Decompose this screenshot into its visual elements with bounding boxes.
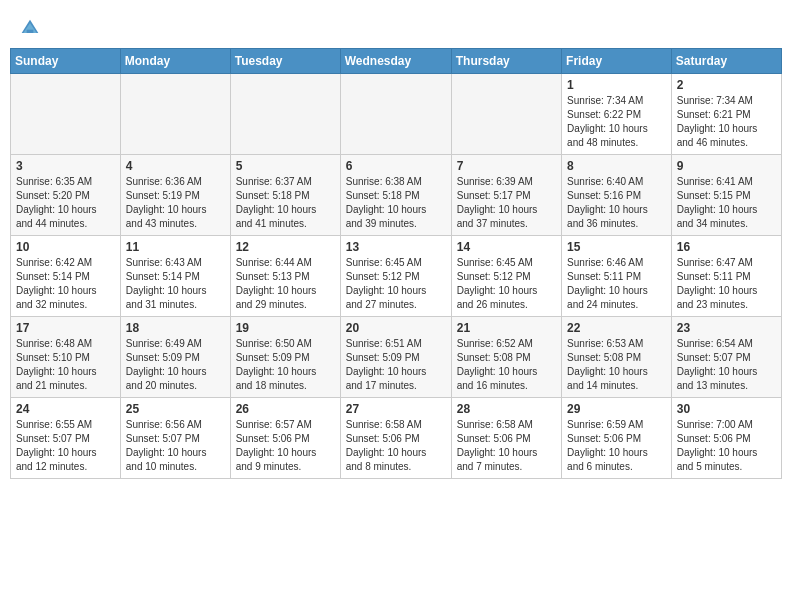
calendar-cell: 17Sunrise: 6:48 AM Sunset: 5:10 PM Dayli… (11, 317, 121, 398)
calendar-week-row: 17Sunrise: 6:48 AM Sunset: 5:10 PM Dayli… (11, 317, 782, 398)
calendar-cell: 7Sunrise: 6:39 AM Sunset: 5:17 PM Daylig… (451, 155, 561, 236)
calendar-week-row: 3Sunrise: 6:35 AM Sunset: 5:20 PM Daylig… (11, 155, 782, 236)
day-number: 15 (567, 240, 666, 254)
day-info: Sunrise: 6:48 AM Sunset: 5:10 PM Dayligh… (16, 337, 115, 393)
day-number: 20 (346, 321, 446, 335)
day-info: Sunrise: 7:34 AM Sunset: 6:21 PM Dayligh… (677, 94, 776, 150)
day-info: Sunrise: 6:52 AM Sunset: 5:08 PM Dayligh… (457, 337, 556, 393)
day-number: 30 (677, 402, 776, 416)
day-info: Sunrise: 6:37 AM Sunset: 5:18 PM Dayligh… (236, 175, 335, 231)
day-info: Sunrise: 6:46 AM Sunset: 5:11 PM Dayligh… (567, 256, 666, 312)
day-info: Sunrise: 6:41 AM Sunset: 5:15 PM Dayligh… (677, 175, 776, 231)
day-number: 19 (236, 321, 335, 335)
day-info: Sunrise: 6:49 AM Sunset: 5:09 PM Dayligh… (126, 337, 225, 393)
day-info: Sunrise: 6:55 AM Sunset: 5:07 PM Dayligh… (16, 418, 115, 474)
calendar-cell (451, 74, 561, 155)
svg-rect-2 (27, 30, 34, 33)
logo-icon (20, 18, 40, 38)
page-header (10, 10, 782, 42)
column-header-monday: Monday (120, 49, 230, 74)
day-number: 18 (126, 321, 225, 335)
calendar-cell: 14Sunrise: 6:45 AM Sunset: 5:12 PM Dayli… (451, 236, 561, 317)
calendar-cell: 8Sunrise: 6:40 AM Sunset: 5:16 PM Daylig… (562, 155, 672, 236)
calendar-cell: 29Sunrise: 6:59 AM Sunset: 5:06 PM Dayli… (562, 398, 672, 479)
day-number: 7 (457, 159, 556, 173)
day-number: 1 (567, 78, 666, 92)
day-number: 16 (677, 240, 776, 254)
day-info: Sunrise: 6:40 AM Sunset: 5:16 PM Dayligh… (567, 175, 666, 231)
day-info: Sunrise: 6:51 AM Sunset: 5:09 PM Dayligh… (346, 337, 446, 393)
day-info: Sunrise: 6:59 AM Sunset: 5:06 PM Dayligh… (567, 418, 666, 474)
day-number: 9 (677, 159, 776, 173)
day-info: Sunrise: 6:47 AM Sunset: 5:11 PM Dayligh… (677, 256, 776, 312)
calendar-cell: 16Sunrise: 6:47 AM Sunset: 5:11 PM Dayli… (671, 236, 781, 317)
calendar-header-row: SundayMondayTuesdayWednesdayThursdayFrid… (11, 49, 782, 74)
day-number: 26 (236, 402, 335, 416)
day-number: 4 (126, 159, 225, 173)
calendar-cell (230, 74, 340, 155)
day-number: 21 (457, 321, 556, 335)
day-number: 3 (16, 159, 115, 173)
calendar-cell: 4Sunrise: 6:36 AM Sunset: 5:19 PM Daylig… (120, 155, 230, 236)
day-number: 29 (567, 402, 666, 416)
day-info: Sunrise: 7:34 AM Sunset: 6:22 PM Dayligh… (567, 94, 666, 150)
calendar-cell: 3Sunrise: 6:35 AM Sunset: 5:20 PM Daylig… (11, 155, 121, 236)
day-info: Sunrise: 6:35 AM Sunset: 5:20 PM Dayligh… (16, 175, 115, 231)
calendar-cell (11, 74, 121, 155)
day-number: 12 (236, 240, 335, 254)
day-info: Sunrise: 6:43 AM Sunset: 5:14 PM Dayligh… (126, 256, 225, 312)
calendar-cell: 28Sunrise: 6:58 AM Sunset: 5:06 PM Dayli… (451, 398, 561, 479)
calendar-cell (120, 74, 230, 155)
day-number: 14 (457, 240, 556, 254)
calendar-cell: 30Sunrise: 7:00 AM Sunset: 5:06 PM Dayli… (671, 398, 781, 479)
calendar-cell: 23Sunrise: 6:54 AM Sunset: 5:07 PM Dayli… (671, 317, 781, 398)
calendar-cell: 6Sunrise: 6:38 AM Sunset: 5:18 PM Daylig… (340, 155, 451, 236)
day-number: 25 (126, 402, 225, 416)
day-info: Sunrise: 6:54 AM Sunset: 5:07 PM Dayligh… (677, 337, 776, 393)
calendar-cell: 21Sunrise: 6:52 AM Sunset: 5:08 PM Dayli… (451, 317, 561, 398)
calendar-cell: 25Sunrise: 6:56 AM Sunset: 5:07 PM Dayli… (120, 398, 230, 479)
day-number: 13 (346, 240, 446, 254)
day-number: 28 (457, 402, 556, 416)
calendar-table: SundayMondayTuesdayWednesdayThursdayFrid… (10, 48, 782, 479)
day-number: 27 (346, 402, 446, 416)
day-number: 6 (346, 159, 446, 173)
day-info: Sunrise: 6:45 AM Sunset: 5:12 PM Dayligh… (346, 256, 446, 312)
calendar-cell: 12Sunrise: 6:44 AM Sunset: 5:13 PM Dayli… (230, 236, 340, 317)
calendar-cell: 19Sunrise: 6:50 AM Sunset: 5:09 PM Dayli… (230, 317, 340, 398)
column-header-wednesday: Wednesday (340, 49, 451, 74)
day-info: Sunrise: 6:45 AM Sunset: 5:12 PM Dayligh… (457, 256, 556, 312)
day-number: 5 (236, 159, 335, 173)
day-info: Sunrise: 6:42 AM Sunset: 5:14 PM Dayligh… (16, 256, 115, 312)
calendar-cell: 13Sunrise: 6:45 AM Sunset: 5:12 PM Dayli… (340, 236, 451, 317)
day-number: 22 (567, 321, 666, 335)
day-number: 8 (567, 159, 666, 173)
column-header-sunday: Sunday (11, 49, 121, 74)
day-info: Sunrise: 6:36 AM Sunset: 5:19 PM Dayligh… (126, 175, 225, 231)
calendar-cell: 26Sunrise: 6:57 AM Sunset: 5:06 PM Dayli… (230, 398, 340, 479)
day-number: 10 (16, 240, 115, 254)
day-number: 24 (16, 402, 115, 416)
day-number: 17 (16, 321, 115, 335)
day-info: Sunrise: 6:58 AM Sunset: 5:06 PM Dayligh… (457, 418, 556, 474)
calendar-cell: 27Sunrise: 6:58 AM Sunset: 5:06 PM Dayli… (340, 398, 451, 479)
logo (20, 18, 44, 38)
calendar-cell: 10Sunrise: 6:42 AM Sunset: 5:14 PM Dayli… (11, 236, 121, 317)
calendar-cell: 15Sunrise: 6:46 AM Sunset: 5:11 PM Dayli… (562, 236, 672, 317)
calendar-cell: 5Sunrise: 6:37 AM Sunset: 5:18 PM Daylig… (230, 155, 340, 236)
calendar-week-row: 1Sunrise: 7:34 AM Sunset: 6:22 PM Daylig… (11, 74, 782, 155)
day-info: Sunrise: 6:53 AM Sunset: 5:08 PM Dayligh… (567, 337, 666, 393)
day-info: Sunrise: 6:58 AM Sunset: 5:06 PM Dayligh… (346, 418, 446, 474)
column-header-friday: Friday (562, 49, 672, 74)
day-number: 2 (677, 78, 776, 92)
day-info: Sunrise: 6:39 AM Sunset: 5:17 PM Dayligh… (457, 175, 556, 231)
calendar-cell: 1Sunrise: 7:34 AM Sunset: 6:22 PM Daylig… (562, 74, 672, 155)
calendar-cell: 20Sunrise: 6:51 AM Sunset: 5:09 PM Dayli… (340, 317, 451, 398)
day-info: Sunrise: 6:57 AM Sunset: 5:06 PM Dayligh… (236, 418, 335, 474)
calendar-cell: 11Sunrise: 6:43 AM Sunset: 5:14 PM Dayli… (120, 236, 230, 317)
column-header-thursday: Thursday (451, 49, 561, 74)
day-number: 11 (126, 240, 225, 254)
column-header-saturday: Saturday (671, 49, 781, 74)
calendar-cell: 24Sunrise: 6:55 AM Sunset: 5:07 PM Dayli… (11, 398, 121, 479)
calendar-week-row: 10Sunrise: 6:42 AM Sunset: 5:14 PM Dayli… (11, 236, 782, 317)
